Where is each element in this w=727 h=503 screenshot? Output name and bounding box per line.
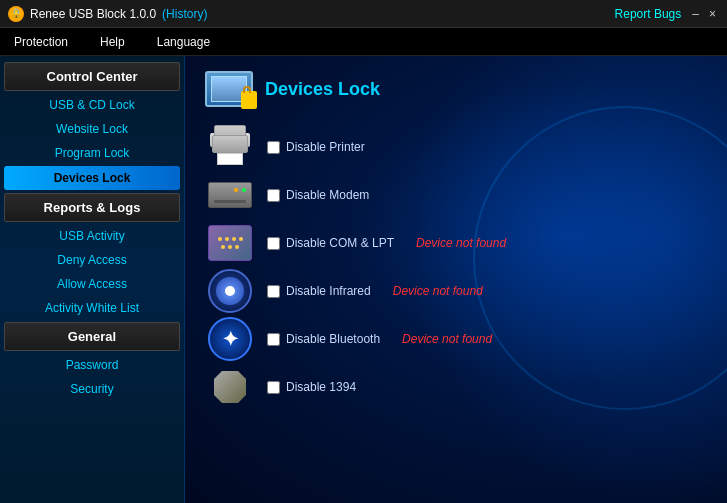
monitor-icon xyxy=(205,71,253,107)
bluetooth-label: Disable Bluetooth xyxy=(286,332,380,346)
menu-language[interactable]: Language xyxy=(151,31,216,53)
report-bugs-link[interactable]: Report Bugs xyxy=(615,7,682,21)
app-icon: 🔒 xyxy=(8,6,24,22)
infrared-checkbox[interactable] xyxy=(267,285,280,298)
device-row-modem: Disable Modem xyxy=(205,175,707,215)
sidebar-item-activity-white-list[interactable]: Activity White List xyxy=(0,296,184,320)
title-bar-right: Report Bugs – × xyxy=(615,7,719,21)
printer-checkbox[interactable] xyxy=(267,141,280,154)
bluetooth-symbol: ✦ xyxy=(222,327,239,351)
bluetooth-checkbox-label[interactable]: Disable Bluetooth xyxy=(267,332,380,346)
infrared-status: Device not found xyxy=(393,284,483,298)
main-layout: Control Center USB & CD Lock Website Loc… xyxy=(0,56,727,503)
device-row-ieee1394: Disable 1394 xyxy=(205,367,707,407)
page-title: Devices Lock xyxy=(265,79,380,100)
modem-label: Disable Modem xyxy=(286,188,369,202)
title-bar: 🔒 Renee USB Block 1.0.0 (History) Report… xyxy=(0,0,727,28)
app-name: Renee USB Block 1.0.0 xyxy=(30,7,156,21)
infrared-label: Disable Infrared xyxy=(286,284,371,298)
minimize-button[interactable]: – xyxy=(689,7,702,21)
menu-protection[interactable]: Protection xyxy=(8,31,74,53)
history-label: (History) xyxy=(162,7,207,21)
device-list: Disable Printer Disable Modem xyxy=(205,127,707,407)
content-area: Devices Lock Disable Printer xyxy=(185,56,727,503)
sidebar-item-usb-cd-lock[interactable]: USB & CD Lock xyxy=(0,93,184,117)
sidebar-item-allow-access[interactable]: Allow Access xyxy=(0,272,184,296)
ieee1394-label: Disable 1394 xyxy=(286,380,356,394)
section-header-control-center: Control Center xyxy=(4,62,180,91)
modem-checkbox[interactable] xyxy=(267,189,280,202)
ieee1394-icon-wrap xyxy=(205,367,255,407)
com-icon-wrap xyxy=(205,223,255,263)
sidebar-item-devices-lock[interactable]: Devices Lock xyxy=(4,166,180,190)
com-lpt-checkbox[interactable] xyxy=(267,237,280,250)
sidebar: Control Center USB & CD Lock Website Loc… xyxy=(0,56,185,503)
close-button[interactable]: × xyxy=(706,7,719,21)
bluetooth-checkbox[interactable] xyxy=(267,333,280,346)
infrared-center xyxy=(225,286,235,296)
lock-overlay xyxy=(241,91,257,109)
infrared-icon-wrap xyxy=(205,271,255,311)
sidebar-item-usb-activity[interactable]: USB Activity xyxy=(0,224,184,248)
infrared-inner xyxy=(216,277,244,305)
device-row-printer: Disable Printer xyxy=(205,127,707,167)
sidebar-item-program-lock[interactable]: Program Lock xyxy=(0,141,184,165)
infrared-icon xyxy=(208,269,252,313)
device-row-infrared: Disable Infrared Device not found xyxy=(205,271,707,311)
modem-icon-wrap xyxy=(205,175,255,215)
bluetooth-icon-wrap: ✦ xyxy=(205,319,255,359)
page-header: Devices Lock xyxy=(205,71,707,107)
printer-icon-wrap xyxy=(205,127,255,167)
sidebar-item-password[interactable]: Password xyxy=(0,353,184,377)
section-header-general: General xyxy=(4,322,180,351)
com-lpt-label: Disable COM & LPT xyxy=(286,236,394,250)
lock-shackle xyxy=(243,86,251,93)
menu-bar: Protection Help Language xyxy=(0,28,727,56)
menu-help[interactable]: Help xyxy=(94,31,131,53)
com-lpt-status: Device not found xyxy=(416,236,506,250)
device-row-com-lpt: Disable COM & LPT Device not found xyxy=(205,223,707,263)
com-lpt-checkbox-label[interactable]: Disable COM & LPT xyxy=(267,236,394,250)
sidebar-item-security[interactable]: Security xyxy=(0,377,184,401)
device-row-bluetooth: ✦ Disable Bluetooth Device not found xyxy=(205,319,707,359)
page-header-icon xyxy=(205,71,253,107)
bluetooth-icon: ✦ xyxy=(208,317,252,361)
ieee1394-checkbox-label[interactable]: Disable 1394 xyxy=(267,380,356,394)
sidebar-item-deny-access[interactable]: Deny Access xyxy=(0,248,184,272)
printer-label: Disable Printer xyxy=(286,140,365,154)
ieee1394-checkbox[interactable] xyxy=(267,381,280,394)
infrared-checkbox-label[interactable]: Disable Infrared xyxy=(267,284,371,298)
modem-checkbox-label[interactable]: Disable Modem xyxy=(267,188,369,202)
title-bar-left: 🔒 Renee USB Block 1.0.0 (History) xyxy=(8,6,207,22)
section-header-reports-logs: Reports & Logs xyxy=(4,193,180,222)
sidebar-item-website-lock[interactable]: Website Lock xyxy=(0,117,184,141)
bluetooth-status: Device not found xyxy=(402,332,492,346)
window-controls: – × xyxy=(689,7,719,21)
printer-checkbox-label[interactable]: Disable Printer xyxy=(267,140,365,154)
